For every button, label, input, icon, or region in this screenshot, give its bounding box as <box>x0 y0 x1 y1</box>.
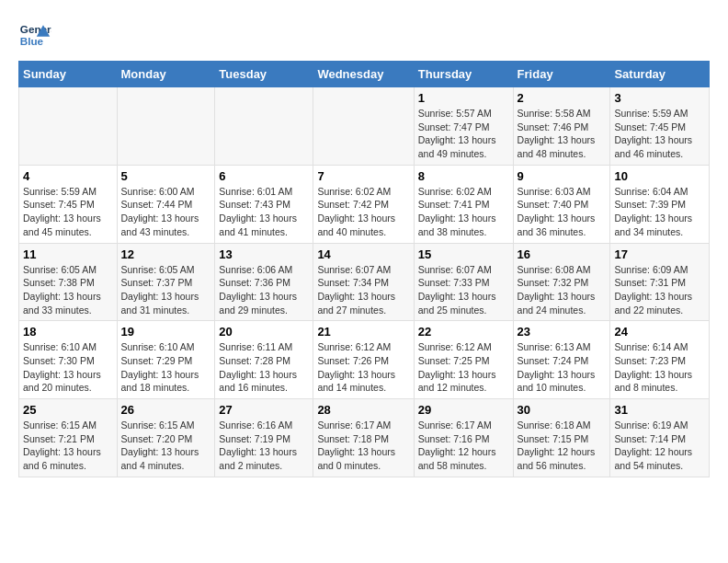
calendar-cell: 8Sunrise: 6:02 AMSunset: 7:41 PMDaylight… <box>414 165 513 243</box>
calendar-cell: 10Sunrise: 6:04 AMSunset: 7:39 PMDayligh… <box>610 165 710 243</box>
week-row: 18Sunrise: 6:10 AMSunset: 7:30 PMDayligh… <box>19 321 710 399</box>
week-row: 4Sunrise: 5:59 AMSunset: 7:45 PMDaylight… <box>19 165 710 243</box>
calendar-cell: 22Sunrise: 6:12 AMSunset: 7:25 PMDayligh… <box>414 321 513 399</box>
day-number: 11 <box>23 247 113 261</box>
day-info: Sunrise: 6:10 AMSunset: 7:29 PMDaylight:… <box>121 340 211 395</box>
calendar-cell: 19Sunrise: 6:10 AMSunset: 7:29 PMDayligh… <box>117 321 215 399</box>
header-row: SundayMondayTuesdayWednesdayThursdayFrid… <box>19 62 710 87</box>
header-cell-friday: Friday <box>513 62 610 87</box>
header-cell-sunday: Sunday <box>19 62 118 87</box>
header-cell-thursday: Thursday <box>414 62 513 87</box>
day-info: Sunrise: 6:19 AMSunset: 7:14 PMDaylight:… <box>614 419 705 473</box>
day-number: 10 <box>614 169 705 183</box>
day-info: Sunrise: 6:17 AMSunset: 7:16 PMDaylight:… <box>418 419 509 473</box>
calendar-cell <box>117 87 215 166</box>
calendar-cell: 9Sunrise: 6:03 AMSunset: 7:40 PMDaylight… <box>513 165 610 243</box>
calendar-cell: 18Sunrise: 6:10 AMSunset: 7:30 PMDayligh… <box>19 321 118 399</box>
day-info: Sunrise: 5:59 AMSunset: 7:45 PMDaylight:… <box>23 185 113 239</box>
header-cell-saturday: Saturday <box>610 62 710 87</box>
calendar-table: SundayMondayTuesdayWednesdayThursdayFrid… <box>18 61 710 477</box>
day-info: Sunrise: 6:01 AMSunset: 7:43 PMDaylight:… <box>219 185 309 239</box>
day-number: 1 <box>418 91 509 105</box>
calendar-cell: 4Sunrise: 5:59 AMSunset: 7:45 PMDaylight… <box>19 165 118 243</box>
day-number: 17 <box>614 247 705 261</box>
calendar-cell: 6Sunrise: 6:01 AMSunset: 7:43 PMDaylight… <box>215 165 313 243</box>
day-info: Sunrise: 6:06 AMSunset: 7:36 PMDaylight:… <box>219 263 309 317</box>
calendar-cell: 17Sunrise: 6:09 AMSunset: 7:31 PMDayligh… <box>610 243 710 321</box>
calendar-cell: 28Sunrise: 6:17 AMSunset: 7:18 PMDayligh… <box>313 399 414 477</box>
day-number: 14 <box>317 247 409 261</box>
calendar-cell: 3Sunrise: 5:59 AMSunset: 7:45 PMDaylight… <box>610 87 710 166</box>
calendar-cell: 26Sunrise: 6:15 AMSunset: 7:20 PMDayligh… <box>117 399 215 477</box>
day-number: 25 <box>23 403 113 417</box>
day-number: 7 <box>317 169 409 183</box>
day-number: 19 <box>121 325 211 339</box>
calendar-cell: 16Sunrise: 6:08 AMSunset: 7:32 PMDayligh… <box>513 243 610 321</box>
day-number: 20 <box>219 325 309 339</box>
calendar-cell: 13Sunrise: 6:06 AMSunset: 7:36 PMDayligh… <box>215 243 313 321</box>
day-info: Sunrise: 6:09 AMSunset: 7:31 PMDaylight:… <box>614 263 705 317</box>
day-info: Sunrise: 6:05 AMSunset: 7:38 PMDaylight:… <box>23 263 113 317</box>
calendar-cell: 31Sunrise: 6:19 AMSunset: 7:14 PMDayligh… <box>610 399 710 477</box>
day-info: Sunrise: 5:58 AMSunset: 7:46 PMDaylight:… <box>518 107 607 161</box>
header-cell-tuesday: Tuesday <box>215 62 313 87</box>
calendar-cell <box>215 87 313 166</box>
calendar-cell: 7Sunrise: 6:02 AMSunset: 7:42 PMDaylight… <box>313 165 414 243</box>
calendar-cell: 29Sunrise: 6:17 AMSunset: 7:16 PMDayligh… <box>414 399 513 477</box>
calendar-cell: 5Sunrise: 6:00 AMSunset: 7:44 PMDaylight… <box>117 165 215 243</box>
calendar-cell: 1Sunrise: 5:57 AMSunset: 7:47 PMDaylight… <box>414 87 513 166</box>
day-number: 2 <box>518 91 607 105</box>
day-number: 9 <box>518 169 607 183</box>
day-info: Sunrise: 6:02 AMSunset: 7:42 PMDaylight:… <box>317 185 409 239</box>
calendar-cell: 21Sunrise: 6:12 AMSunset: 7:26 PMDayligh… <box>313 321 414 399</box>
day-info: Sunrise: 6:04 AMSunset: 7:39 PMDaylight:… <box>614 185 705 239</box>
day-number: 8 <box>418 169 509 183</box>
day-number: 23 <box>518 325 607 339</box>
calendar-cell: 11Sunrise: 6:05 AMSunset: 7:38 PMDayligh… <box>19 243 118 321</box>
day-info: Sunrise: 6:15 AMSunset: 7:21 PMDaylight:… <box>23 419 113 473</box>
day-info: Sunrise: 6:08 AMSunset: 7:32 PMDaylight:… <box>518 263 607 317</box>
day-number: 24 <box>614 325 705 339</box>
day-info: Sunrise: 6:07 AMSunset: 7:34 PMDaylight:… <box>317 263 409 317</box>
day-number: 5 <box>121 169 211 183</box>
day-number: 28 <box>317 403 409 417</box>
day-number: 15 <box>418 247 509 261</box>
week-row: 1Sunrise: 5:57 AMSunset: 7:47 PMDaylight… <box>19 87 710 166</box>
day-info: Sunrise: 6:12 AMSunset: 7:26 PMDaylight:… <box>317 340 409 395</box>
calendar-cell: 12Sunrise: 6:05 AMSunset: 7:37 PMDayligh… <box>117 243 215 321</box>
day-info: Sunrise: 6:02 AMSunset: 7:41 PMDaylight:… <box>418 185 509 239</box>
day-number: 18 <box>23 325 113 339</box>
logo-icon: General Blue <box>18 18 51 52</box>
day-number: 26 <box>121 403 211 417</box>
calendar-header: SundayMondayTuesdayWednesdayThursdayFrid… <box>19 62 710 87</box>
day-info: Sunrise: 6:15 AMSunset: 7:20 PMDaylight:… <box>121 419 211 473</box>
calendar-cell <box>313 87 414 166</box>
day-number: 16 <box>518 247 607 261</box>
day-number: 22 <box>418 325 509 339</box>
day-number: 13 <box>219 247 309 261</box>
header-cell-monday: Monday <box>117 62 215 87</box>
day-number: 6 <box>219 169 309 183</box>
calendar-cell: 27Sunrise: 6:16 AMSunset: 7:19 PMDayligh… <box>215 399 313 477</box>
day-number: 31 <box>614 403 705 417</box>
day-info: Sunrise: 6:16 AMSunset: 7:19 PMDaylight:… <box>219 419 309 473</box>
day-info: Sunrise: 6:11 AMSunset: 7:28 PMDaylight:… <box>219 340 309 395</box>
day-number: 4 <box>23 169 113 183</box>
calendar-cell: 2Sunrise: 5:58 AMSunset: 7:46 PMDaylight… <box>513 87 610 166</box>
day-number: 30 <box>518 403 607 417</box>
week-row: 25Sunrise: 6:15 AMSunset: 7:21 PMDayligh… <box>19 399 710 477</box>
day-info: Sunrise: 6:13 AMSunset: 7:24 PMDaylight:… <box>518 340 607 395</box>
day-number: 3 <box>614 91 705 105</box>
day-info: Sunrise: 6:05 AMSunset: 7:37 PMDaylight:… <box>121 263 211 317</box>
day-info: Sunrise: 6:17 AMSunset: 7:18 PMDaylight:… <box>317 419 409 473</box>
day-info: Sunrise: 6:18 AMSunset: 7:15 PMDaylight:… <box>518 419 607 473</box>
header: General Blue <box>18 18 710 52</box>
header-cell-wednesday: Wednesday <box>313 62 414 87</box>
day-number: 21 <box>317 325 409 339</box>
day-number: 29 <box>418 403 509 417</box>
calendar-cell: 30Sunrise: 6:18 AMSunset: 7:15 PMDayligh… <box>513 399 610 477</box>
calendar-cell: 23Sunrise: 6:13 AMSunset: 7:24 PMDayligh… <box>513 321 610 399</box>
day-info: Sunrise: 6:00 AMSunset: 7:44 PMDaylight:… <box>121 185 211 239</box>
day-info: Sunrise: 6:10 AMSunset: 7:30 PMDaylight:… <box>23 340 113 395</box>
calendar-body: 1Sunrise: 5:57 AMSunset: 7:47 PMDaylight… <box>19 87 710 477</box>
